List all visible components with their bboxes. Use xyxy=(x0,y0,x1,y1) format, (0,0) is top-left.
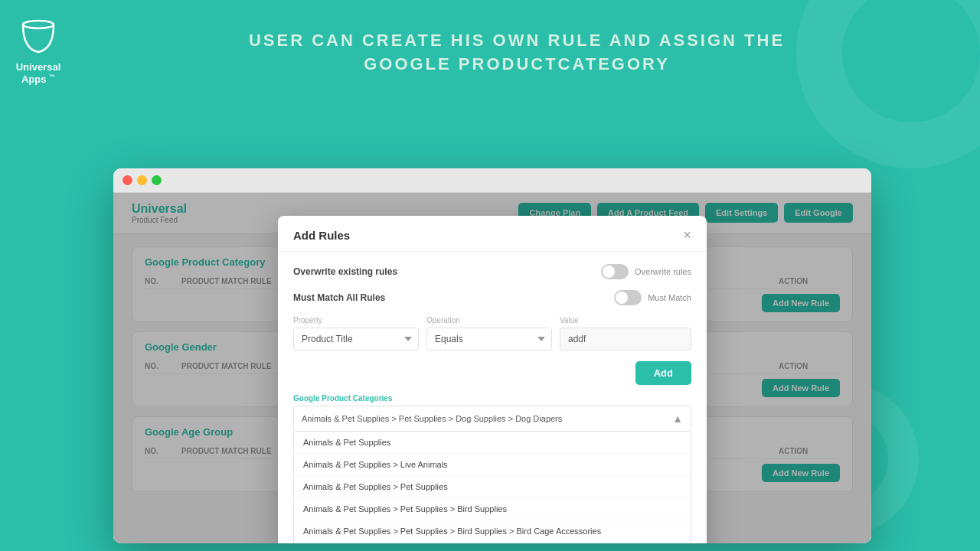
add-button-area: Add xyxy=(293,361,691,385)
svg-point-0 xyxy=(23,21,54,28)
must-match-toggle[interactable] xyxy=(614,290,642,305)
rule-form-row: Property Product Title Operation Equals xyxy=(293,316,691,350)
traffic-light-green[interactable] xyxy=(152,175,162,185)
traffic-light-red[interactable] xyxy=(122,175,132,185)
logo-text: Universal Apps ™ xyxy=(16,61,61,86)
page-header: Universal Apps ™ USER CAN CREATE HIS OWN… xyxy=(0,0,980,86)
dropdown-item[interactable]: Animals & Pet Supplies > Pet Supplies > … xyxy=(294,520,691,543)
category-section-label: Google Product Categories xyxy=(293,394,691,403)
value-input[interactable] xyxy=(560,328,691,350)
operation-select[interactable]: Equals xyxy=(426,328,552,350)
must-match-toggle-area: Must Match xyxy=(614,290,691,305)
property-label: Property xyxy=(293,316,419,324)
category-section: Google Product Categories ▲ Animals & Pe… xyxy=(293,394,691,543)
must-match-row: Must Match All Rules Must Match xyxy=(293,290,691,305)
category-dropdown[interactable]: Animals & Pet SuppliesAnimals & Pet Supp… xyxy=(293,432,691,543)
modal-body: Overwrite existing rules Overwrite rules… xyxy=(278,252,707,543)
overwrite-rules-toggle[interactable] xyxy=(601,264,629,279)
dropdown-item[interactable]: Animals & Pet Supplies > Pet Supplies > … xyxy=(294,543,691,543)
operation-group: Operation Equals xyxy=(426,316,552,350)
dropdown-item[interactable]: Animals & Pet Supplies xyxy=(294,432,691,454)
dropdown-item[interactable]: Animals & Pet Supplies > Pet Supplies > … xyxy=(294,498,691,520)
browser-content: Universal Product Feed Change Plan Add A… xyxy=(113,193,871,543)
headline-text: USER CAN CREATE HIS OWN RULE AND ASSIGN … xyxy=(77,29,957,77)
add-button[interactable]: Add xyxy=(635,361,691,385)
overwrite-rules-label: Overwrite existing rules xyxy=(293,266,397,277)
value-label: Value xyxy=(560,316,691,324)
headline-area: USER CAN CREATE HIS OWN RULE AND ASSIGN … xyxy=(77,14,957,77)
modal-overlay: Add Rules × Overwrite existing rules Ove… xyxy=(113,193,871,543)
category-arrow-icon: ▲ xyxy=(665,406,691,431)
must-match-label: Must Match All Rules xyxy=(293,292,385,303)
must-match-toggle-text: Must Match xyxy=(648,293,691,302)
category-input[interactable] xyxy=(294,408,665,429)
modal-title: Add Rules xyxy=(293,229,350,242)
modal-header: Add Rules × xyxy=(278,216,707,252)
overwrite-rules-toggle-text: Overwrite rules xyxy=(635,267,691,276)
browser-window: Universal Product Feed Change Plan Add A… xyxy=(113,168,871,543)
overwrite-rules-toggle-area: Overwrite rules xyxy=(601,264,691,279)
property-select[interactable]: Product Title xyxy=(293,328,419,350)
dropdown-item[interactable]: Animals & Pet Supplies > Pet Supplies xyxy=(294,476,691,498)
dropdown-item[interactable]: Animals & Pet Supplies > Live Animals xyxy=(294,454,691,476)
browser-titlebar xyxy=(113,168,871,193)
modal-close-button[interactable]: × xyxy=(683,228,691,242)
property-group: Property Product Title xyxy=(293,316,419,350)
category-input-row: ▲ xyxy=(293,406,691,432)
traffic-light-yellow[interactable] xyxy=(137,175,147,185)
logo-area: Universal Apps ™ xyxy=(15,14,61,86)
add-rules-modal: Add Rules × Overwrite existing rules Ove… xyxy=(278,216,707,543)
overwrite-rules-row: Overwrite existing rules Overwrite rules xyxy=(293,264,691,279)
universal-apps-logo-icon xyxy=(15,14,61,60)
value-group: Value xyxy=(560,316,691,350)
operation-label: Operation xyxy=(426,316,552,324)
